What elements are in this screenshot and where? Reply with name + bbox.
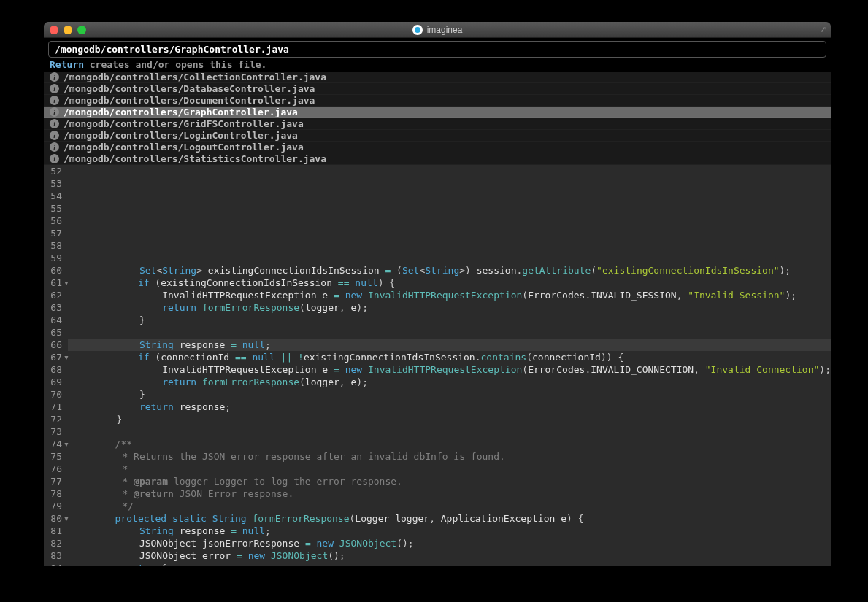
- code-line[interactable]: }: [68, 314, 831, 326]
- quick-open-item[interactable]: i/mongodb/controllers/GraphController.ja…: [44, 107, 831, 118]
- line-number: 61: [44, 277, 62, 289]
- expand-icon[interactable]: ⤢: [820, 25, 826, 34]
- code-line[interactable]: * Returns the JSON error response after …: [68, 450, 831, 463]
- quick-open-item-path: /mongodb/controllers/DatabaseController.…: [64, 83, 315, 94]
- quick-open-item[interactable]: i/mongodb/controllers/DatabaseController…: [44, 83, 831, 95]
- code-line[interactable]: [68, 239, 831, 252]
- code-line[interactable]: [68, 326, 831, 339]
- line-number: 68: [44, 363, 62, 376]
- file-icon: i: [50, 154, 59, 163]
- line-number: 75: [44, 450, 62, 463]
- quick-open-item-path: /mongodb/controllers/LogoutController.ja…: [64, 142, 304, 153]
- minimize-icon[interactable]: [64, 26, 72, 34]
- code-text: * @return JSON Error response.: [71, 488, 293, 499]
- code-text: }: [71, 314, 145, 325]
- code-line[interactable]: ▾ /**: [68, 438, 831, 450]
- line-number: 57: [44, 227, 62, 239]
- line-number: 77: [44, 475, 62, 487]
- code-line[interactable]: return formErrorResponse(logger, e);: [68, 376, 831, 388]
- code-line[interactable]: }: [68, 413, 831, 425]
- code-editor[interactable]: 5253545556575859606162636465666768697071…: [44, 165, 831, 566]
- quick-open-item-path: /mongodb/controllers/DocumentController.…: [64, 95, 315, 106]
- code-line[interactable]: }: [68, 388, 831, 401]
- titlebar[interactable]: imaginea ⤢: [44, 22, 831, 38]
- fold-icon[interactable]: ▾: [64, 512, 69, 525]
- quick-open-item[interactable]: i/mongodb/controllers/GridFSController.j…: [44, 118, 831, 130]
- code-line[interactable]: */: [68, 500, 831, 512]
- line-number: 83: [44, 549, 62, 562]
- code-line[interactable]: * @return JSON Error response.: [68, 487, 831, 500]
- code-text: Set<String> existingConnectionIdsInSessi…: [71, 265, 791, 276]
- app-icon: [412, 25, 423, 35]
- line-number: 62: [44, 289, 62, 301]
- quick-open-input[interactable]: [48, 41, 826, 58]
- line-number: 84: [44, 562, 62, 566]
- code-line[interactable]: [68, 202, 831, 215]
- code-text: String response = null;: [71, 339, 271, 350]
- code-line[interactable]: * @param logger Logger to log the error …: [68, 475, 831, 487]
- code-line[interactable]: return response;: [68, 401, 831, 413]
- code-line[interactable]: [68, 190, 831, 202]
- code-line[interactable]: JSONObject error = new JSONObject();: [68, 549, 831, 562]
- code-text: protected static String formErrorRespons…: [69, 513, 584, 524]
- file-icon: i: [50, 96, 59, 105]
- line-number: 53: [44, 177, 62, 190]
- code-line[interactable]: [68, 177, 831, 190]
- code-text: /**: [69, 439, 132, 449]
- line-number: 82: [44, 537, 62, 549]
- code-text: * @param logger Logger to log the error …: [71, 476, 402, 487]
- code-line[interactable]: [68, 165, 831, 177]
- code-line[interactable]: *: [68, 463, 831, 475]
- fold-icon[interactable]: ▾: [64, 351, 69, 363]
- line-number: 60: [44, 264, 62, 277]
- quick-open-item[interactable]: i/mongodb/controllers/StatisticsControll…: [44, 153, 831, 165]
- line-number: 52: [44, 165, 62, 177]
- code-area[interactable]: Set<String> existingConnectionIdsInSessi…: [68, 165, 831, 566]
- file-icon: i: [50, 131, 59, 140]
- quick-open-item[interactable]: i/mongodb/controllers/LogoutController.j…: [44, 142, 831, 153]
- code-line[interactable]: ▾ protected static String formErrorRespo…: [68, 512, 831, 525]
- code-text: *: [71, 463, 128, 474]
- hint-keyword: Return: [50, 59, 84, 70]
- file-icon: i: [50, 72, 59, 82]
- code-line[interactable]: String response = null;: [68, 339, 831, 351]
- fold-icon[interactable]: ▾: [64, 438, 69, 450]
- quick-open-item[interactable]: i/mongodb/controllers/LoginController.ja…: [44, 130, 831, 142]
- line-number: 56: [44, 215, 62, 227]
- code-line[interactable]: String response = null;: [68, 525, 831, 537]
- code-line[interactable]: ▾ if (existingConnectionIdsInSession == …: [68, 277, 831, 289]
- fold-icon[interactable]: ▾: [64, 277, 69, 289]
- code-line[interactable]: Set<String> existingConnectionIdsInSessi…: [68, 264, 831, 277]
- line-number: 59: [44, 252, 62, 264]
- code-line[interactable]: [68, 425, 831, 438]
- code-line[interactable]: JSONObject jsonErrorResponse = new JSONO…: [68, 537, 831, 549]
- zoom-icon[interactable]: [77, 26, 86, 34]
- code-text: */: [71, 501, 134, 512]
- code-line[interactable]: InvalidHTTPRequestException e = new Inva…: [68, 363, 831, 376]
- code-line[interactable]: [68, 252, 831, 264]
- code-text: String response = null;: [71, 525, 271, 536]
- line-number: 69: [44, 376, 62, 388]
- code-text: }: [71, 414, 122, 425]
- quick-open-item-path: /mongodb/controllers/GridFSController.ja…: [64, 118, 304, 129]
- line-gutter: 5253545556575859606162636465666768697071…: [44, 165, 68, 566]
- code-line[interactable]: ▾ try {: [68, 562, 831, 566]
- line-number: 65: [44, 326, 62, 339]
- line-number: 58: [44, 239, 62, 252]
- code-line[interactable]: return formErrorResponse(logger, e);: [68, 301, 831, 314]
- code-line[interactable]: [68, 227, 831, 239]
- file-icon: i: [50, 119, 59, 128]
- line-number: 79: [44, 500, 62, 512]
- fold-icon[interactable]: ▾: [64, 562, 69, 566]
- hint-text: creates and/or opens this file.: [84, 59, 266, 70]
- quick-open-item[interactable]: i/mongodb/controllers/CollectionControll…: [44, 72, 831, 83]
- close-icon[interactable]: [50, 26, 58, 34]
- file-icon: i: [50, 142, 59, 152]
- code-line[interactable]: [68, 215, 831, 227]
- code-line[interactable]: InvalidHTTPRequestException e = new Inva…: [68, 289, 831, 301]
- code-text: return formErrorResponse(logger, e);: [71, 377, 368, 387]
- code-line[interactable]: ▾ if (connectionId == null || !existingC…: [68, 351, 831, 363]
- window-title: imaginea: [427, 25, 463, 35]
- line-number: 80: [44, 512, 62, 525]
- quick-open-item[interactable]: i/mongodb/controllers/DocumentController…: [44, 95, 831, 107]
